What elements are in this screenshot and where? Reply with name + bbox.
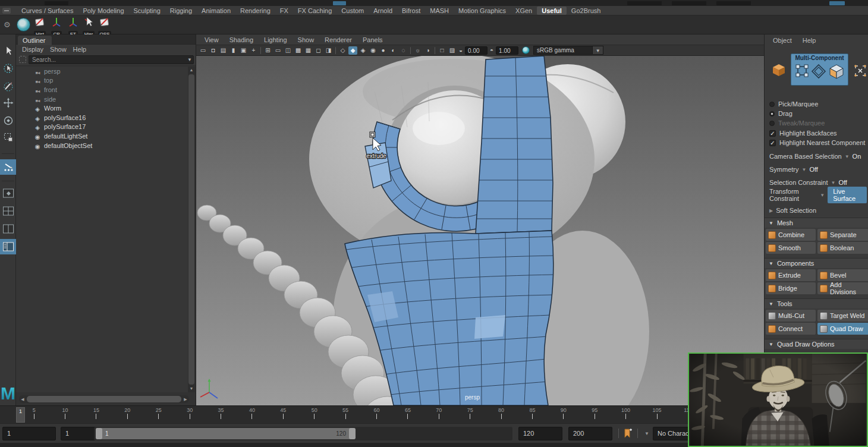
menu-item[interactable]: Sculpting xyxy=(129,7,165,15)
camera-based-selection-dropdown[interactable]: Camera Based Selection▼On xyxy=(769,152,867,161)
film-gate-icon[interactable]: ▭ xyxy=(273,46,282,55)
menu-item[interactable]: Go2Brush xyxy=(567,7,606,15)
wireframe-icon[interactable]: ◇ xyxy=(338,46,347,55)
quad-draw-options-section-header[interactable]: ▼Quad Draw Options xyxy=(765,339,868,349)
separator[interactable] xyxy=(410,47,411,54)
ambient-occlusion-icon[interactable]: ◐ xyxy=(389,46,398,55)
field-chart-icon[interactable]: ▦ xyxy=(304,46,313,55)
menu-item[interactable]: Motion Graphics xyxy=(454,7,511,15)
list-item[interactable]: polySurface16 xyxy=(16,113,188,122)
menu-item[interactable]: Poly Modeling xyxy=(78,7,128,15)
quad-draw-active-icon[interactable] xyxy=(0,159,16,175)
drag-radio[interactable]: Drag xyxy=(769,109,792,118)
horizontal-scrollbar[interactable]: ◀ ▶ xyxy=(19,395,189,403)
edge-mode-icon[interactable] xyxy=(811,64,826,79)
lock-camera-icon[interactable]: ◘ xyxy=(209,46,218,55)
menu-item[interactable]: MASH xyxy=(425,7,454,15)
menu-item[interactable]: Useful xyxy=(537,7,567,15)
separator[interactable] xyxy=(260,47,261,54)
scroll-left-icon[interactable]: ◀ xyxy=(19,395,26,403)
list-item[interactable]: side xyxy=(16,95,188,104)
outliner-menu-item[interactable]: Show xyxy=(50,46,72,53)
image-plane-icon[interactable]: ▣ xyxy=(239,46,248,55)
list-item[interactable]: defaultLightSet xyxy=(16,131,188,141)
select-tool-icon[interactable] xyxy=(0,43,16,58)
list-item[interactable]: polySurface17 xyxy=(16,122,188,132)
list-item[interactable]: persp xyxy=(16,67,188,76)
connect-button[interactable]: Connect xyxy=(766,323,816,335)
smooth-button[interactable]: Smooth xyxy=(766,242,816,254)
paint-select-icon[interactable] xyxy=(0,78,16,94)
extrude-button[interactable]: Extrude xyxy=(766,269,816,281)
add-divisions-button[interactable]: Add Divisions xyxy=(817,282,868,294)
resolution-gate-icon[interactable]: ◫ xyxy=(284,46,293,55)
menu-item[interactable]: Animation xyxy=(197,7,235,15)
tools-section-header[interactable]: ▼Tools xyxy=(765,298,868,309)
range-handle-left[interactable] xyxy=(96,428,102,439)
menu-item[interactable]: Rendering xyxy=(235,7,275,15)
layout-single-pane-icon[interactable] xyxy=(0,185,16,201)
menu-item[interactable]: Curves / Surfaces xyxy=(17,7,78,15)
move-tool-icon[interactable] xyxy=(0,95,16,111)
menu-item[interactable]: Arnold xyxy=(369,7,397,15)
viewport-menu-item[interactable]: Renderer xyxy=(320,36,357,44)
scrollbar-thumb[interactable] xyxy=(27,396,181,402)
gamma-field[interactable]: 1.00 xyxy=(496,46,518,55)
highlight-backfaces-checkbox[interactable]: Highlight Backfaces xyxy=(769,129,837,137)
separator[interactable] xyxy=(335,47,336,54)
menu-item[interactable]: XGen xyxy=(511,7,537,15)
smooth-shade-all-icon[interactable]: ◆ xyxy=(348,46,357,55)
gamma-icon[interactable]: ◓ xyxy=(490,47,493,53)
menu-item[interactable]: Custom xyxy=(336,7,369,15)
menu-item[interactable]: Rigging xyxy=(165,7,197,15)
scroll-up-icon[interactable]: ▲ xyxy=(188,67,195,74)
menu-item[interactable]: FX xyxy=(275,7,293,15)
layout-outliner-persp-icon[interactable] xyxy=(0,239,16,254)
animation-start-field[interactable]: 1 xyxy=(2,427,56,440)
exposure-field[interactable]: 0.00 xyxy=(465,46,488,55)
time-slider[interactable]: 5101520253035404550556065707580859095100… xyxy=(0,405,764,423)
search-input[interactable] xyxy=(29,55,194,64)
isolate-select-icon[interactable]: □ xyxy=(438,46,446,55)
separator[interactable] xyxy=(435,47,435,54)
animation-end-field[interactable]: 200 xyxy=(568,427,612,440)
viewport-menu-item[interactable]: Lighting xyxy=(259,36,292,44)
gear-icon[interactable]: ⚙ xyxy=(4,20,11,29)
selection-constraint-dropdown[interactable]: Selection Constraint▼Off xyxy=(769,178,867,187)
list-item[interactable]: top xyxy=(16,76,188,86)
scrollbar-thumb[interactable] xyxy=(188,74,194,385)
set-key-icon[interactable] xyxy=(623,429,633,439)
range-slider-track[interactable]: 1 120 xyxy=(94,427,512,440)
viewport-canvas[interactable]: persp extrude xyxy=(196,56,764,405)
highlight-nearest-component-checkbox[interactable]: Highlight Nearest Component xyxy=(769,138,865,147)
range-handle-right[interactable] xyxy=(349,428,356,439)
textured-icon[interactable]: ◈ xyxy=(358,46,367,55)
target-weld-button[interactable]: Target Weld xyxy=(817,310,868,322)
chevron-down-icon[interactable]: ▼ xyxy=(187,57,192,62)
rotate-tool-icon[interactable] xyxy=(0,113,16,128)
bridge-button[interactable]: Bridge xyxy=(766,282,816,294)
shadows-icon[interactable]: ● xyxy=(379,46,388,55)
motion-blur-icon[interactable]: ◌ xyxy=(399,46,408,55)
components-section-header[interactable]: ▼Components xyxy=(765,258,868,268)
safe-title-icon[interactable]: ◨ xyxy=(324,46,333,55)
outliner-menu-item[interactable]: Display xyxy=(22,46,49,53)
grid-icon[interactable]: ⊞ xyxy=(263,46,272,55)
object-mode-icon[interactable] xyxy=(772,63,786,77)
use-default-material-icon[interactable]: ◉ xyxy=(369,46,378,55)
color-management-icon[interactable] xyxy=(522,46,530,54)
menu-item[interactable]: Bifrost xyxy=(397,7,425,15)
soft-selection-section[interactable]: ▶Soft Selection xyxy=(769,206,867,215)
menu-toggle-icon[interactable] xyxy=(2,8,11,14)
all-lights-icon[interactable]: ☼ xyxy=(413,46,422,55)
viewport-menu-item[interactable]: Shading xyxy=(225,36,258,44)
exposure-icon[interactable]: ◒ xyxy=(459,47,463,53)
filter-icon[interactable] xyxy=(19,56,26,63)
viewport-menu-item[interactable]: Show xyxy=(293,36,319,44)
outliner-tab[interactable]: Outliner xyxy=(18,36,52,45)
camera-attributes-icon[interactable]: ▤ xyxy=(219,46,228,55)
quad-draw-button[interactable]: Quad Draw xyxy=(817,323,868,335)
scale-tool-icon[interactable] xyxy=(0,130,16,145)
menu-item[interactable]: FX Caching xyxy=(293,7,336,15)
xray-icon[interactable]: ▨ xyxy=(448,46,457,55)
